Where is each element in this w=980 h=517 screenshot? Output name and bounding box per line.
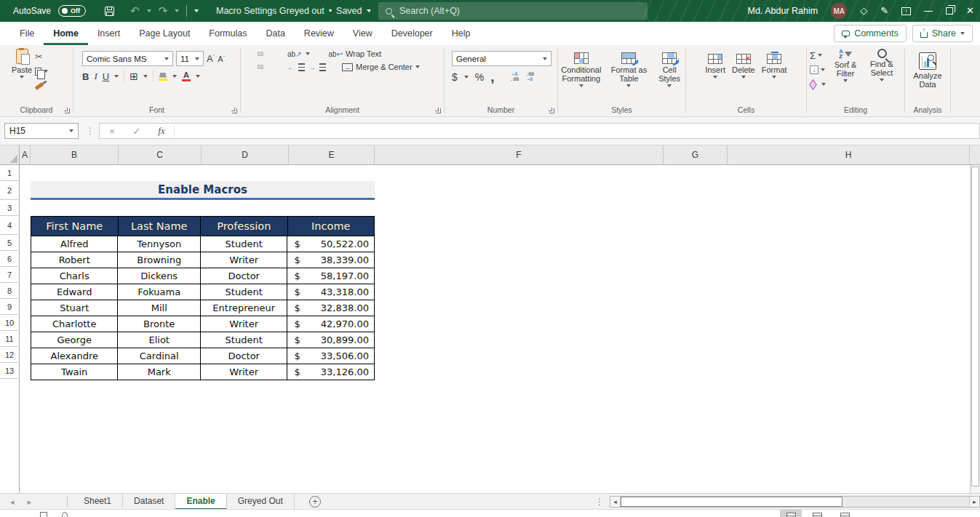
table-cell[interactable]: $33,126.00 [287, 364, 374, 380]
sort-filter-button[interactable]: AZ Sort & Filter [829, 45, 862, 90]
table-cell[interactable]: Writer [201, 252, 287, 268]
vertical-scrollbar[interactable] [970, 165, 980, 493]
ribbon-tab-insert[interactable]: Insert [88, 22, 130, 45]
underline-chevron-icon[interactable] [114, 75, 119, 78]
fill-button[interactable]: ↓ [810, 64, 825, 76]
cell-styles-button[interactable]: Cell Styles [653, 49, 685, 87]
number-dialog-launcher-icon[interactable] [549, 108, 554, 113]
horizontal-scrollbar[interactable]: ◂ ▸ [610, 496, 980, 508]
table-cell[interactable]: Eliot [118, 332, 201, 348]
grow-font-button[interactable]: Aˆ [207, 53, 215, 64]
table-cell[interactable]: Fokuama [118, 284, 201, 300]
column-header-E[interactable]: E [289, 145, 375, 165]
increase-decimal-button[interactable]: ←0.00 [511, 72, 519, 82]
ribbon-display-options-icon[interactable]: ↑ [901, 7, 911, 15]
row-header-7[interactable]: 7 [0, 267, 20, 283]
premium-diamond-icon[interactable]: ◇ [860, 0, 867, 22]
table-header-last-name[interactable]: Last Name [119, 217, 202, 236]
status-accessibility-icon[interactable] [62, 512, 68, 517]
ribbon-tab-home[interactable]: Home [44, 22, 88, 45]
wrap-text-button[interactable]: ab↩ Wrap Text [329, 49, 382, 58]
top-align-button[interactable] [248, 52, 254, 56]
restore-button[interactable] [946, 7, 953, 15]
table-cell[interactable]: Alexandre [31, 348, 118, 364]
search-box[interactable]: Search (Alt+Q) [378, 2, 648, 20]
table-cell[interactable]: Mill [118, 300, 201, 316]
ribbon-tab-review[interactable]: Review [295, 22, 343, 45]
table-header-income[interactable]: Income [288, 217, 375, 236]
table-cell[interactable]: Charls [31, 268, 118, 284]
table-cell[interactable]: $32,838.00 [287, 300, 374, 316]
redo-chevron-icon[interactable] [175, 9, 179, 12]
row-header-12[interactable]: 12 [0, 347, 20, 363]
row-header-8[interactable]: 8 [0, 283, 20, 299]
table-cell[interactable]: Entrepreneur [201, 300, 287, 316]
increase-indent-button[interactable]: → [308, 63, 316, 71]
vertical-scrollbar-thumb[interactable] [971, 167, 979, 486]
align-left-button[interactable] [248, 65, 254, 69]
font-color-chevron-icon[interactable] [196, 75, 200, 78]
row-header-3[interactable]: 3 [0, 200, 20, 216]
table-cell[interactable]: $42,970.00 [287, 316, 374, 332]
analyze-data-button[interactable]: Analyze Data [907, 49, 948, 89]
table-cell[interactable]: Bronte [118, 316, 201, 332]
borders-chevron-icon[interactable] [143, 75, 148, 78]
borders-icon[interactable]: ⊞ [130, 71, 138, 82]
merge-center-button[interactable]: ↔ Merge & Center [342, 63, 420, 71]
row-header-9[interactable]: 9 [0, 299, 20, 315]
insert-cells-button[interactable]: Insert [705, 50, 725, 79]
table-cell[interactable]: Twain [31, 364, 118, 380]
accounting-format-button[interactable]: $ [452, 71, 458, 83]
ribbon-tab-view[interactable]: View [343, 22, 382, 45]
document-title-area[interactable]: Macro Settings Greyed out • Saved [216, 0, 371, 22]
align-center-button[interactable] [258, 65, 263, 69]
clipboard-dialog-launcher-icon[interactable] [65, 108, 70, 113]
fill-color-chevron-icon[interactable] [172, 75, 177, 78]
table-cell[interactable]: Stuart [31, 300, 118, 316]
table-cell[interactable]: Alfred [31, 236, 118, 252]
formula-input[interactable] [175, 124, 979, 138]
clear-button[interactable] [810, 79, 826, 90]
table-cell[interactable]: Browning [118, 252, 201, 268]
page-break-preview-button[interactable] [834, 510, 856, 517]
table-cell[interactable]: Doctor [201, 268, 287, 284]
row-header-11[interactable]: 11 [0, 331, 20, 347]
table-cell[interactable]: $38,339.00 [287, 252, 374, 268]
orientation-button[interactable]: ab↗ [287, 50, 302, 58]
row-header-4[interactable]: 4 [0, 216, 20, 235]
column-header-G[interactable]: G [664, 145, 728, 165]
undo-chevron-icon[interactable] [147, 9, 151, 12]
table-cell[interactable]: $33,506.00 [287, 348, 374, 364]
sheet-tab-dataset[interactable]: Dataset [123, 494, 175, 510]
font-color-button[interactable]: A [182, 72, 191, 81]
format-painter-button[interactable] [35, 80, 44, 92]
middle-align-button[interactable] [258, 52, 263, 56]
redo-icon[interactable]: ↷ [159, 0, 168, 22]
table-cell[interactable]: $30,899.00 [287, 332, 374, 348]
ribbon-tab-formulas[interactable]: Formulas [199, 22, 256, 45]
save-icon[interactable] [105, 7, 114, 16]
format-as-table-button[interactable]: Format as Table [609, 49, 650, 87]
table-header-first-name[interactable]: First Name [31, 217, 119, 236]
number-format-select[interactable]: General [452, 51, 551, 66]
table-cell[interactable]: $50,522.00 [287, 236, 374, 252]
autosum-button[interactable]: Σ [810, 49, 822, 61]
autosave-toggle[interactable]: Off [58, 5, 86, 17]
tab-bar-resize-dots-icon[interactable]: ⋮ [595, 494, 604, 510]
customize-quick-access-icon[interactable] [194, 9, 199, 12]
column-header-H[interactable]: H [728, 145, 970, 165]
delete-cells-button[interactable]: × Delete [732, 50, 755, 79]
percent-style-button[interactable]: % [475, 71, 484, 83]
format-cells-button[interactable]: Format [762, 50, 787, 79]
table-cell[interactable]: $58,197.00 [287, 268, 374, 284]
find-select-button[interactable]: Find & Select [865, 45, 899, 90]
orientation-chevron-icon[interactable] [306, 52, 310, 55]
table-cell[interactable]: $43,318.00 [287, 284, 374, 300]
underline-button[interactable]: U [103, 71, 109, 82]
avatar[interactable]: MA [831, 3, 847, 19]
table-cell[interactable]: Student [201, 332, 287, 348]
column-header-F[interactable]: F [375, 145, 664, 165]
comma-style-button[interactable]: , [490, 73, 494, 81]
table-cell[interactable]: Charlotte [31, 316, 118, 332]
cut-button[interactable]: ✂ [35, 51, 42, 63]
